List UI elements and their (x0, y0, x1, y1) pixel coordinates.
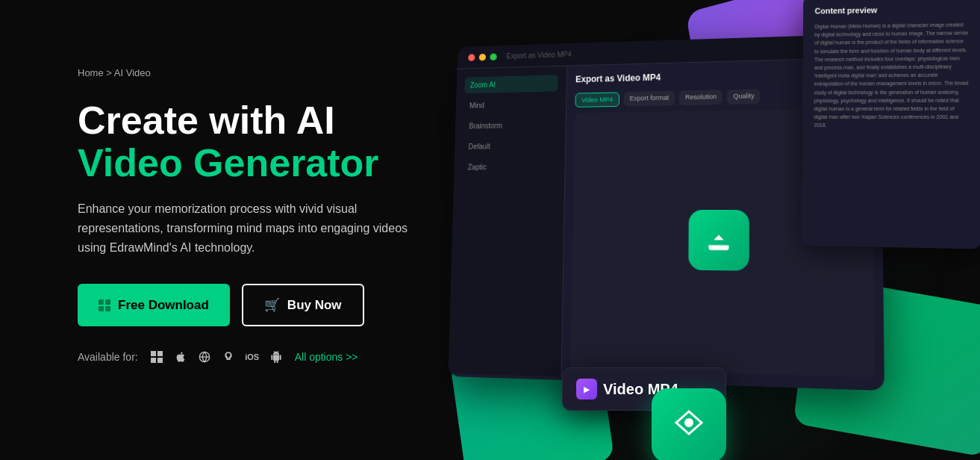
headline-line1: Create with AI (78, 99, 335, 142)
dot-close (468, 54, 475, 61)
subtitle-text: Enhance your memorization process with v… (78, 199, 436, 257)
page-headline: Create with AI Video Generator (78, 99, 496, 184)
content-preview-card: Content preview Digital Human (Meta Huma… (802, 0, 980, 249)
available-label: Available for: (78, 351, 138, 363)
platform-ios[interactable]: iOS (244, 349, 260, 365)
all-options-link[interactable]: All options >> (295, 351, 358, 363)
export-option-resolution[interactable]: Resolution (679, 90, 722, 105)
svg-rect-5 (157, 358, 163, 363)
platform-web[interactable] (196, 349, 213, 365)
svg-rect-4 (151, 358, 156, 363)
app-logo-icon (670, 404, 708, 448)
buttons-row: Free Download 🛒 Buy Now (78, 284, 496, 326)
breadcrumb-home[interactable]: Home (78, 67, 104, 78)
export-option-quality[interactable]: Quality (727, 89, 761, 105)
content-preview-title: Content preview (815, 4, 969, 15)
available-row: Available for: (78, 349, 496, 365)
cart-icon: 🛒 (264, 297, 280, 313)
platform-android[interactable] (268, 349, 284, 365)
window-title-text: Export as Video MP4 (506, 50, 572, 60)
left-content: Home > AI Video Create with AI Video Gen… (78, 67, 496, 365)
svg-point-1 (684, 418, 693, 427)
buy-now-button[interactable]: 🛒 Buy Now (242, 284, 364, 326)
export-option-mp4[interactable]: Video MP4 (575, 92, 619, 108)
dot-maximize (490, 53, 496, 60)
breadcrumb-current: AI Video (114, 67, 151, 78)
app-icon-card (652, 388, 726, 460)
platform-linux[interactable] (220, 349, 237, 365)
breadcrumb-separator: > (106, 67, 112, 78)
platform-macos[interactable] (172, 349, 189, 365)
grid-icon (99, 299, 110, 311)
page-wrapper: Export as Video MP4 Zoom AI Mind Brainst… (0, 0, 980, 460)
export-option-format[interactable]: Export format (624, 91, 675, 107)
breadcrumb: Home > AI Video (78, 67, 496, 78)
platform-windows[interactable] (149, 349, 165, 365)
svg-rect-2 (151, 351, 156, 356)
mp4-icon: ▶ (576, 379, 597, 400)
content-preview-body: Digital Human (Meta Human) is a digital … (814, 20, 968, 129)
free-download-button[interactable]: Free Download (78, 284, 230, 326)
right-visual: Export as Video MP4 Zoom AI Mind Brainst… (413, 0, 980, 460)
headline-line2: Video Generator (78, 141, 379, 184)
dot-minimize (479, 53, 486, 60)
upload-icon (688, 210, 749, 271)
svg-rect-3 (157, 351, 163, 356)
